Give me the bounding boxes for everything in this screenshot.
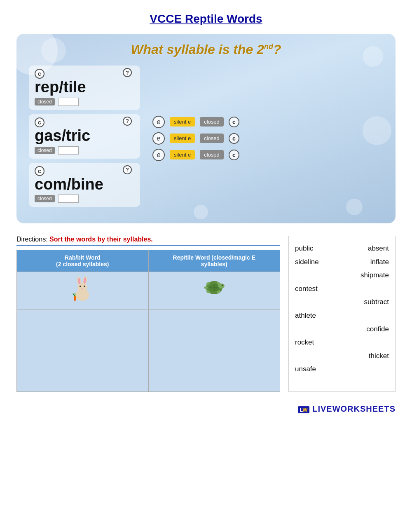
wb-word-confide: confide — [366, 323, 389, 336]
q-circle-1: ? — [123, 68, 132, 77]
answer-row-1: e silent e closed c — [152, 116, 239, 128]
wb-row-5: subtract — [295, 296, 389, 309]
svg-point-8 — [82, 288, 83, 290]
closed-tag-1: closed — [35, 98, 55, 105]
c-circle-2: c — [35, 117, 44, 127]
word-card-gastric: c ? gas/tric closed — [29, 114, 140, 159]
wb-row-7: confide — [295, 323, 389, 336]
e-circle-3: e — [152, 149, 165, 161]
blank-tag-2[interactable] — [58, 146, 79, 155]
directions-text: Sort the words by their syllables. — [49, 236, 153, 243]
word-card-reptile: c ? rep/tile closed — [29, 66, 140, 110]
svg-rect-10 — [74, 296, 76, 301]
wb-word-subtract: subtract — [364, 296, 389, 309]
wb-word-sideline: sideline — [295, 256, 319, 269]
svg-point-6 — [80, 286, 81, 287]
wb-row-3: shipmate — [295, 269, 389, 282]
directions-label: Directions: — [16, 236, 48, 243]
silent-e-tag-1: silent e — [170, 117, 195, 127]
silent-e-tag-3: silent e — [170, 150, 195, 159]
wb-row-1: public absent — [295, 242, 389, 255]
wb-word-absent: absent — [368, 242, 389, 255]
sort-area: Directions: Sort the words by their syll… — [16, 236, 280, 392]
closed-tag-2: closed — [35, 147, 55, 154]
answer-row-3: e silent e closed c — [152, 149, 239, 161]
word-card-combine: c ? com/bine closed — [29, 163, 140, 207]
svg-point-23 — [204, 286, 208, 289]
turtle-image — [201, 275, 227, 300]
closed-ans-tag-2: closed — [200, 134, 224, 143]
c-circle-1: c — [35, 69, 44, 79]
wb-row-9: thicket — [295, 350, 389, 363]
sort-content-row — [17, 309, 280, 392]
col2-drop-area[interactable] — [148, 309, 280, 392]
rabbit-image — [68, 275, 97, 304]
bottom-section: Directions: Sort the words by their syll… — [16, 236, 396, 392]
tag-row-3: closed — [35, 195, 134, 203]
wb-row-6: athlete — [295, 309, 389, 322]
answer-row-2: e silent e closed c — [152, 132, 239, 145]
answer-area: e silent e closed c e silent e closed c … — [152, 66, 239, 207]
word-combine: com/bine — [35, 176, 134, 193]
page-title: VCCE Reptile Words — [0, 0, 412, 34]
col2-header: Rep/tile Word (closed/magic E syllables) — [148, 250, 280, 272]
closed-ans-tag-1: closed — [200, 117, 224, 127]
footer: LW LIVEWORKSHEETS — [0, 400, 412, 422]
col1-header: Rab/bit Word (2 closed syllables) — [17, 250, 149, 272]
svg-point-7 — [84, 286, 85, 287]
wb-row-4: contest — [295, 283, 389, 295]
footer-logo: LW LIVEWORKSHEETS — [298, 404, 396, 414]
wb-row-10: unsafe — [295, 363, 389, 376]
wb-word-thicket: thicket — [369, 350, 389, 363]
bubble-section: What syllable is the 2nd? c ? rep/tile c… — [16, 34, 396, 223]
closed-ans-tag-3: closed — [200, 150, 224, 159]
q-circle-2: ? — [123, 117, 132, 126]
silent-e-tag-2: silent e — [170, 134, 195, 143]
svg-point-18 — [222, 285, 223, 286]
tag-row-2: closed — [35, 146, 134, 155]
sort-table: Rab/bit Word (2 closed syllables) Rep/ti… — [16, 250, 280, 392]
blank-tag-3[interactable] — [58, 195, 79, 203]
q-circle-3: ? — [123, 165, 132, 174]
e-circle-1: e — [152, 116, 165, 128]
wb-word-rocket: rocket — [295, 336, 314, 349]
image-row — [17, 272, 280, 309]
bubble-content: c ? rep/tile closed c ? gas/tric closed — [29, 66, 383, 207]
footer-logo-box: LW — [298, 404, 312, 413]
footer-brand-text: LIVEWORKSHEETS — [312, 404, 396, 413]
col1-drop-area[interactable] — [17, 309, 149, 392]
word-gastric: gas/tric — [35, 127, 134, 145]
e-circle-2: e — [152, 132, 165, 145]
word-reptile: rep/tile — [35, 79, 134, 96]
c-ans-circle-3: c — [229, 150, 239, 160]
wb-word-athlete: athlete — [295, 309, 316, 322]
wb-word-unsafe: unsafe — [295, 363, 316, 376]
c-ans-circle-1: c — [229, 117, 239, 127]
wb-row-8: rocket — [295, 336, 389, 349]
word-bank: public absent sideline inflate shipmate … — [288, 236, 396, 392]
c-ans-circle-2: c — [229, 133, 239, 144]
word-cards: c ? rep/tile closed c ? gas/tric closed — [29, 66, 140, 207]
wb-word-contest: contest — [295, 283, 318, 295]
svg-line-11 — [73, 293, 75, 296]
bubble-question: What syllable is the 2nd? — [29, 42, 383, 57]
c-circle-3: c — [35, 166, 44, 176]
wb-row-2: sideline inflate — [295, 256, 389, 269]
wb-word-public: public — [295, 242, 313, 255]
col1-image-cell — [17, 272, 149, 309]
blank-tag-1[interactable] — [58, 98, 79, 106]
sort-header-row: Rab/bit Word (2 closed syllables) Rep/ti… — [17, 250, 280, 272]
col2-image-cell — [148, 272, 280, 309]
tag-row-1: closed — [35, 98, 134, 106]
closed-tag-3: closed — [35, 195, 55, 202]
wb-word-shipmate: shipmate — [360, 269, 389, 282]
sort-directions: Directions: Sort the words by their syll… — [16, 236, 280, 246]
wb-word-inflate: inflate — [370, 256, 389, 269]
lw-box: LW — [298, 406, 309, 413]
